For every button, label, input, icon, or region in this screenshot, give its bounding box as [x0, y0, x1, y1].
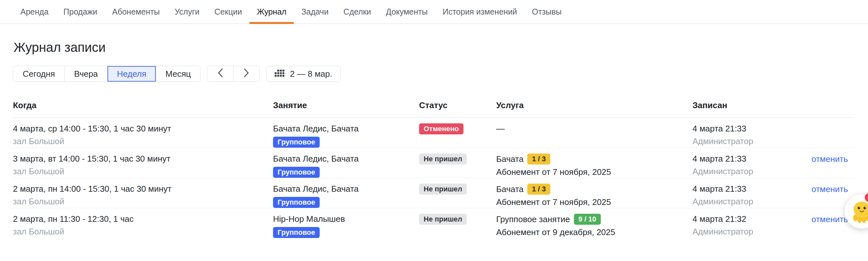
- cell-lesson: Бачата Ледис, Бачата Групповое: [273, 154, 419, 178]
- tab-otzyvy[interactable]: Отзывы: [524, 0, 569, 23]
- cell-status: Не пришел: [419, 214, 496, 238]
- tab-istoriya-izmeneniy[interactable]: История изменений: [435, 0, 524, 23]
- cell-service: Бачата 1 / 3 Абонемент от 7 ноября, 2025: [496, 154, 692, 178]
- column-header-recorded: Записан: [692, 100, 803, 110]
- recorded-at: 4 марта 21:33: [692, 123, 803, 134]
- tab-abonementy[interactable]: Абонементы: [104, 0, 167, 23]
- lesson-type-badge: Групповое: [273, 167, 320, 178]
- cancel-booking-link[interactable]: отменить: [812, 154, 848, 164]
- table-row: 3 марта, вт 14:00 - 15:30, 1 час 30 мину…: [13, 148, 855, 178]
- date-range-switcher: Сегодня Вчера Неделя Месяц: [13, 66, 200, 82]
- service-name: Групповое занятие: [496, 214, 570, 224]
- cell-status: Не пришел: [419, 154, 496, 178]
- visits-count-badge: 1 / 3: [527, 184, 550, 195]
- range-week-button[interactable]: Неделя: [107, 66, 156, 81]
- when-text: 4 марта, ср 14:00 - 15:30, 1 час 30 мину…: [13, 123, 273, 134]
- status-badge: Не пришел: [419, 154, 467, 164]
- room-text: зал Большой: [13, 196, 273, 206]
- lesson-title: Бачата Ледис, Бачата: [273, 154, 419, 164]
- date-range-picker-button[interactable]: 2 — 8 мар.: [266, 66, 341, 82]
- cell-when: 2 марта, пн 11:30 - 12:30, 1 час зал Бол…: [13, 214, 273, 238]
- room-text: зал Большой: [13, 136, 273, 146]
- calendar-grid-icon: [275, 70, 285, 78]
- lesson-title: Бачата Ледис, Бачата: [273, 184, 419, 194]
- lesson-title: Бачата Ледис, Бачата: [273, 123, 419, 134]
- prev-period-button[interactable]: [207, 66, 234, 81]
- cell-recorded: 4 марта 21:33 Администратор: [692, 154, 803, 178]
- tab-arenda[interactable]: Аренда: [13, 0, 56, 23]
- tab-sektsii[interactable]: Секции: [207, 0, 249, 23]
- lesson-type-badge: Групповое: [273, 197, 320, 208]
- when-text: 2 марта, пн 14:00 - 15:30, 1 час 30 мину…: [13, 184, 273, 194]
- chevron-left-icon: [217, 68, 223, 80]
- lesson-type-badge: Групповое: [273, 227, 320, 238]
- chevron-right-icon: [243, 68, 250, 80]
- page-title: Журнал записи: [13, 39, 855, 55]
- column-header-status: Статус: [419, 100, 496, 110]
- recorded-at: 4 марта 21:32: [692, 214, 803, 224]
- subscription-text: Абонемент от 9 декабря, 2025: [496, 227, 692, 237]
- cell-recorded: 4 марта 21:33 Администратор: [692, 184, 803, 208]
- tab-dokumenty[interactable]: Документы: [379, 0, 435, 23]
- subscription-text: Абонемент от 7 ноября, 2025: [496, 167, 692, 177]
- next-period-button[interactable]: [234, 66, 259, 81]
- cell-service: —: [496, 123, 692, 148]
- room-text: зал Большой: [13, 226, 273, 237]
- cell-actions: отменить: [803, 154, 855, 178]
- week-pager: [207, 66, 260, 82]
- top-navigation: Аренда Продажи Абонементы Услуги Секции …: [0, 0, 868, 24]
- range-month-button[interactable]: Месяц: [156, 66, 200, 81]
- range-today-button[interactable]: Сегодня: [13, 66, 65, 81]
- recorded-at: 4 марта 21:33: [692, 184, 803, 194]
- range-yesterday-button[interactable]: Вчера: [65, 66, 107, 81]
- cancel-booking-link[interactable]: отменить: [812, 184, 848, 194]
- when-text: 2 марта, пн 11:30 - 12:30, 1 час: [13, 214, 273, 224]
- column-header-actions: [803, 100, 855, 110]
- column-header-when: Когда: [13, 100, 273, 110]
- column-header-lesson: Занятие: [273, 100, 419, 110]
- cell-service: Групповое занятие 9 / 10 Абонемент от 9 …: [496, 214, 692, 238]
- subscription-text: Абонемент от 7 ноября, 2025: [496, 197, 692, 207]
- cell-status: Не пришел: [419, 184, 496, 208]
- visits-count-badge: 1 / 3: [527, 154, 550, 164]
- journal-table: Когда Занятие Статус Услуга Записан 4 ма…: [13, 100, 855, 238]
- table-row: 2 марта, пн 11:30 - 12:30, 1 час зал Бол…: [13, 208, 855, 238]
- service-name: Бачата: [496, 154, 523, 164]
- service-empty: —: [496, 123, 692, 134]
- recorded-by: Администратор: [692, 226, 803, 237]
- cell-recorded: 4 марта 21:33 Администратор: [692, 123, 803, 148]
- table-row: 2 марта, пн 14:00 - 15:30, 1 час 30 мину…: [13, 178, 855, 208]
- lesson-type-badge: Групповое: [273, 137, 320, 148]
- recorded-by: Администратор: [692, 166, 803, 176]
- cell-lesson: Hip-Hop Малышев Групповое: [273, 214, 419, 238]
- when-text: 3 марта, вт 14:00 - 15:30, 1 час 30 мину…: [13, 154, 273, 164]
- cell-lesson: Бачата Ледис, Бачата Групповое: [273, 184, 419, 208]
- room-text: зал Большой: [13, 166, 273, 176]
- cancel-booking-link[interactable]: отменить: [812, 215, 848, 224]
- cell-lesson: Бачата Ледис, Бачата Групповое: [273, 123, 419, 148]
- cell-service: Бачата 1 / 3 Абонемент от 7 ноября, 2025: [496, 184, 692, 208]
- cell-when: 2 марта, пн 14:00 - 15:30, 1 час 30 мину…: [13, 184, 273, 208]
- tab-sdelki[interactable]: Сделки: [336, 0, 378, 23]
- table-row: 4 марта, ср 14:00 - 15:30, 1 час 30 мину…: [13, 118, 855, 148]
- tab-zadachi[interactable]: Задачи: [294, 0, 336, 23]
- journal-toolbar: Сегодня Вчера Неделя Месяц: [13, 66, 855, 82]
- table-header-row: Когда Занятие Статус Услуга Записан: [13, 100, 855, 118]
- recorded-at: 4 марта 21:33: [692, 154, 803, 164]
- date-range-label: 2 — 8 мар.: [290, 69, 332, 79]
- cell-when: 3 марта, вт 14:00 - 15:30, 1 час 30 мину…: [13, 154, 273, 178]
- status-badge: Не пришел: [419, 184, 467, 195]
- journal-page: Журнал записи Сегодня Вчера Неделя Месяц: [0, 39, 868, 238]
- tab-uslugi[interactable]: Услуги: [167, 0, 207, 23]
- cell-actions: [803, 123, 855, 148]
- tab-prodazhi[interactable]: Продажи: [56, 0, 104, 23]
- visits-count-badge: 9 / 10: [574, 214, 601, 225]
- cell-status: Отменено: [419, 123, 496, 148]
- cell-when: 4 марта, ср 14:00 - 15:30, 1 час 30 мину…: [13, 123, 273, 148]
- cell-recorded: 4 марта 21:32 Администратор: [692, 214, 803, 238]
- service-name: Бачата: [496, 184, 523, 194]
- status-badge: Отменено: [419, 123, 463, 134]
- recorded-by: Администратор: [692, 136, 803, 146]
- column-header-service: Услуга: [496, 100, 692, 110]
- tab-zhurnal[interactable]: Журнал: [249, 0, 294, 23]
